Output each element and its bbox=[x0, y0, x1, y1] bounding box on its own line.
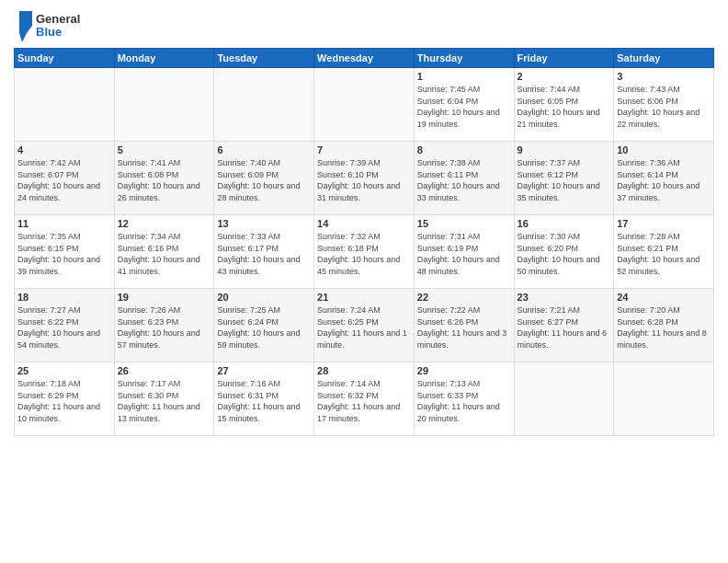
calendar-cell: 10Sunrise: 7:36 AM Sunset: 6:14 PM Dayli… bbox=[614, 142, 714, 215]
calendar-cell bbox=[614, 362, 714, 436]
day-number: 14 bbox=[317, 218, 411, 229]
day-info: Sunrise: 7:33 AM Sunset: 6:17 PM Dayligh… bbox=[217, 231, 311, 277]
day-number: 3 bbox=[617, 71, 711, 82]
day-info: Sunrise: 7:35 AM Sunset: 6:15 PM Dayligh… bbox=[17, 231, 111, 277]
calendar-cell: 3Sunrise: 7:43 AM Sunset: 6:06 PM Daylig… bbox=[614, 68, 714, 142]
day-number: 13 bbox=[217, 218, 311, 229]
weekday-header-friday: Friday bbox=[514, 49, 614, 68]
week-row-3: 11Sunrise: 7:35 AM Sunset: 6:15 PM Dayli… bbox=[15, 215, 714, 289]
day-info: Sunrise: 7:45 AM Sunset: 6:04 PM Dayligh… bbox=[417, 84, 511, 130]
day-info: Sunrise: 7:30 AM Sunset: 6:20 PM Dayligh… bbox=[518, 231, 611, 277]
calendar-cell: 25Sunrise: 7:18 AM Sunset: 6:29 PM Dayli… bbox=[15, 362, 115, 436]
day-info: Sunrise: 7:21 AM Sunset: 6:27 PM Dayligh… bbox=[518, 304, 611, 350]
day-info: Sunrise: 7:20 AM Sunset: 6:28 PM Dayligh… bbox=[617, 304, 711, 350]
weekday-header-sunday: Sunday bbox=[15, 49, 115, 68]
calendar-cell: 7Sunrise: 7:39 AM Sunset: 6:10 PM Daylig… bbox=[314, 142, 415, 215]
calendar-cell: 28Sunrise: 7:14 AM Sunset: 6:32 PM Dayli… bbox=[314, 362, 415, 436]
calendar-cell: 27Sunrise: 7:16 AM Sunset: 6:31 PM Dayli… bbox=[214, 362, 314, 436]
svg-marker-1 bbox=[19, 33, 27, 42]
calendar-cell: 24Sunrise: 7:20 AM Sunset: 6:28 PM Dayli… bbox=[614, 289, 714, 362]
calendar-cell: 20Sunrise: 7:25 AM Sunset: 6:24 PM Dayli… bbox=[214, 289, 314, 362]
day-number: 26 bbox=[118, 365, 211, 376]
calendar-cell: 22Sunrise: 7:22 AM Sunset: 6:26 PM Dayli… bbox=[414, 289, 514, 362]
day-number: 1 bbox=[417, 71, 511, 82]
calendar-cell: 23Sunrise: 7:21 AM Sunset: 6:27 PM Dayli… bbox=[514, 289, 614, 362]
day-info: Sunrise: 7:34 AM Sunset: 6:16 PM Dayligh… bbox=[118, 231, 211, 277]
day-number: 15 bbox=[417, 218, 511, 229]
logo-general: General bbox=[36, 13, 80, 26]
calendar-cell bbox=[514, 362, 614, 436]
day-number: 12 bbox=[118, 218, 211, 229]
day-info: Sunrise: 7:13 AM Sunset: 6:33 PM Dayligh… bbox=[417, 378, 511, 424]
day-info: Sunrise: 7:28 AM Sunset: 6:21 PM Dayligh… bbox=[617, 231, 711, 277]
calendar-cell: 29Sunrise: 7:13 AM Sunset: 6:33 PM Dayli… bbox=[414, 362, 514, 436]
day-number: 9 bbox=[518, 144, 611, 155]
logo-blue: Blue bbox=[36, 26, 80, 39]
calendar-cell: 26Sunrise: 7:17 AM Sunset: 6:30 PM Dayli… bbox=[114, 362, 214, 436]
calendar-cell: 21Sunrise: 7:24 AM Sunset: 6:25 PM Dayli… bbox=[314, 289, 415, 362]
day-info: Sunrise: 7:22 AM Sunset: 6:26 PM Dayligh… bbox=[417, 304, 511, 350]
weekday-header-thursday: Thursday bbox=[414, 49, 514, 68]
day-number: 6 bbox=[217, 144, 311, 155]
day-info: Sunrise: 7:31 AM Sunset: 6:19 PM Dayligh… bbox=[417, 231, 511, 277]
day-info: Sunrise: 7:42 AM Sunset: 6:07 PM Dayligh… bbox=[17, 157, 111, 203]
day-info: Sunrise: 7:26 AM Sunset: 6:23 PM Dayligh… bbox=[118, 304, 211, 350]
day-number: 2 bbox=[518, 71, 611, 82]
day-info: Sunrise: 7:39 AM Sunset: 6:10 PM Dayligh… bbox=[317, 157, 411, 203]
day-info: Sunrise: 7:25 AM Sunset: 6:24 PM Dayligh… bbox=[217, 304, 311, 350]
day-number: 23 bbox=[518, 292, 611, 303]
weekday-header-monday: Monday bbox=[114, 49, 214, 68]
calendar-cell bbox=[15, 68, 115, 142]
day-number: 10 bbox=[617, 144, 711, 155]
day-info: Sunrise: 7:14 AM Sunset: 6:32 PM Dayligh… bbox=[317, 378, 411, 424]
day-number: 11 bbox=[17, 218, 111, 229]
day-number: 8 bbox=[417, 144, 511, 155]
day-number: 29 bbox=[417, 365, 511, 376]
day-info: Sunrise: 7:38 AM Sunset: 6:11 PM Dayligh… bbox=[417, 157, 511, 203]
day-number: 24 bbox=[617, 292, 711, 303]
day-number: 18 bbox=[17, 292, 111, 303]
calendar-cell: 4Sunrise: 7:42 AM Sunset: 6:07 PM Daylig… bbox=[15, 142, 115, 215]
calendar-cell: 9Sunrise: 7:37 AM Sunset: 6:12 PM Daylig… bbox=[514, 142, 614, 215]
day-number: 4 bbox=[17, 144, 111, 155]
day-info: Sunrise: 7:18 AM Sunset: 6:29 PM Dayligh… bbox=[17, 378, 111, 424]
day-number: 22 bbox=[417, 292, 511, 303]
calendar-cell bbox=[114, 68, 214, 142]
day-number: 27 bbox=[217, 365, 311, 376]
day-number: 20 bbox=[217, 292, 311, 303]
day-info: Sunrise: 7:32 AM Sunset: 6:18 PM Dayligh… bbox=[317, 231, 411, 277]
logo: General Blue bbox=[14, 9, 80, 42]
day-info: Sunrise: 7:17 AM Sunset: 6:30 PM Dayligh… bbox=[118, 378, 211, 424]
svg-marker-0 bbox=[19, 11, 32, 33]
calendar-cell: 18Sunrise: 7:27 AM Sunset: 6:22 PM Dayli… bbox=[15, 289, 115, 362]
week-row-5: 25Sunrise: 7:18 AM Sunset: 6:29 PM Dayli… bbox=[15, 362, 714, 436]
calendar-cell: 16Sunrise: 7:30 AM Sunset: 6:20 PM Dayli… bbox=[514, 215, 614, 289]
week-row-2: 4Sunrise: 7:42 AM Sunset: 6:07 PM Daylig… bbox=[15, 142, 714, 215]
header: General Blue bbox=[14, 9, 714, 42]
day-info: Sunrise: 7:43 AM Sunset: 6:06 PM Dayligh… bbox=[617, 84, 711, 130]
calendar-cell: 5Sunrise: 7:41 AM Sunset: 6:08 PM Daylig… bbox=[114, 142, 214, 215]
week-row-1: 1Sunrise: 7:45 AM Sunset: 6:04 PM Daylig… bbox=[15, 68, 714, 142]
day-info: Sunrise: 7:16 AM Sunset: 6:31 PM Dayligh… bbox=[217, 378, 311, 424]
day-info: Sunrise: 7:27 AM Sunset: 6:22 PM Dayligh… bbox=[17, 304, 111, 350]
logo-container: General Blue bbox=[14, 9, 80, 42]
day-info: Sunrise: 7:37 AM Sunset: 6:12 PM Dayligh… bbox=[518, 157, 611, 203]
day-info: Sunrise: 7:36 AM Sunset: 6:14 PM Dayligh… bbox=[617, 157, 711, 203]
calendar-cell bbox=[214, 68, 314, 142]
calendar-cell: 14Sunrise: 7:32 AM Sunset: 6:18 PM Dayli… bbox=[314, 215, 415, 289]
logo-shape-icon bbox=[14, 9, 34, 42]
logo-text: General Blue bbox=[36, 13, 80, 40]
calendar-cell: 8Sunrise: 7:38 AM Sunset: 6:11 PM Daylig… bbox=[414, 142, 514, 215]
day-info: Sunrise: 7:41 AM Sunset: 6:08 PM Dayligh… bbox=[118, 157, 211, 203]
day-number: 28 bbox=[317, 365, 411, 376]
day-info: Sunrise: 7:44 AM Sunset: 6:05 PM Dayligh… bbox=[518, 84, 611, 130]
day-number: 21 bbox=[317, 292, 411, 303]
calendar-cell: 2Sunrise: 7:44 AM Sunset: 6:05 PM Daylig… bbox=[514, 68, 614, 142]
day-info: Sunrise: 7:24 AM Sunset: 6:25 PM Dayligh… bbox=[317, 304, 411, 350]
calendar-cell: 11Sunrise: 7:35 AM Sunset: 6:15 PM Dayli… bbox=[15, 215, 115, 289]
weekday-header-saturday: Saturday bbox=[614, 49, 714, 68]
calendar-cell: 19Sunrise: 7:26 AM Sunset: 6:23 PM Dayli… bbox=[114, 289, 214, 362]
calendar-table: SundayMondayTuesdayWednesdayThursdayFrid… bbox=[14, 48, 714, 436]
calendar-cell: 13Sunrise: 7:33 AM Sunset: 6:17 PM Dayli… bbox=[214, 215, 314, 289]
calendar-cell: 1Sunrise: 7:45 AM Sunset: 6:04 PM Daylig… bbox=[414, 68, 514, 142]
